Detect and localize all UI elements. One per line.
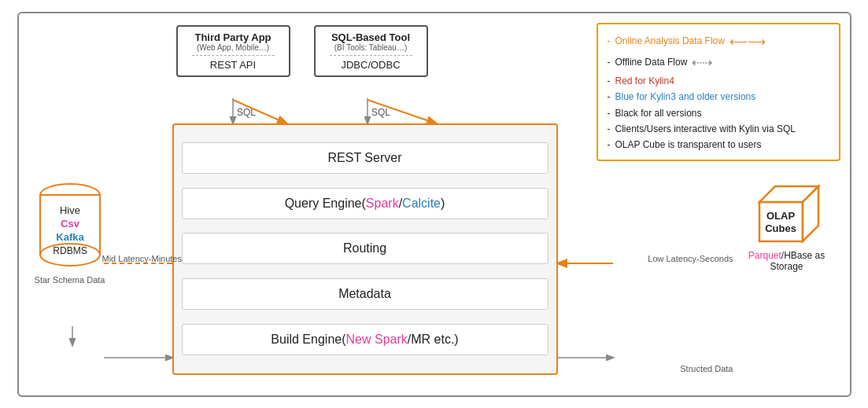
query-engine-prefix: Query Engine( bbox=[285, 197, 366, 210]
parquet-label: Parquet bbox=[748, 250, 781, 261]
dash-label: - bbox=[608, 33, 611, 49]
svg-marker-23 bbox=[759, 202, 803, 241]
svg-text:Cubes: Cubes bbox=[765, 222, 796, 234]
legend-red: - Red for Kylin4 bbox=[608, 73, 829, 89]
metadata-label: Metadata bbox=[338, 287, 391, 300]
svg-text:Hive: Hive bbox=[59, 204, 79, 216]
svg-text:SQL: SQL bbox=[237, 107, 256, 118]
legend-online-flow: - Online Analysis Data Flow ⟵⟶ bbox=[608, 31, 829, 52]
build-suffix: ) bbox=[454, 333, 458, 346]
diagram-wrapper: - Online Analysis Data Flow ⟵⟶ - Offline… bbox=[17, 12, 851, 397]
legend-olap: - OLAP Cube is transparent to users bbox=[608, 137, 829, 153]
online-flow-arrow: ⟵⟶ bbox=[729, 31, 766, 52]
olap-cube-icon: OLAP Cubes bbox=[748, 178, 826, 245]
build-engine-prefix: Build Engine( bbox=[271, 333, 345, 346]
svg-line-7 bbox=[233, 100, 286, 123]
query-engine-row: Query Engine(Spark/Calcite) bbox=[182, 188, 549, 219]
star-schema-label: Star Schema Data bbox=[35, 275, 105, 285]
calcite-label: Calcite bbox=[402, 197, 441, 210]
svg-text:RDBMS: RDBMS bbox=[53, 245, 87, 256]
new-spark-label: New Spark bbox=[346, 333, 408, 346]
cylinder-icon: Hive Csv Kafka RDBMS bbox=[35, 182, 105, 269]
dash2: - bbox=[608, 54, 611, 70]
sql-tool-box: SQL-Based Tool (BI Tools: Tableau…) JDBC… bbox=[314, 25, 428, 77]
svg-text:Csv: Csv bbox=[61, 218, 80, 230]
olap-box: OLAP Cubes Parquet/HBase as Storage bbox=[740, 178, 834, 272]
struct-data-label: Structed Data bbox=[680, 364, 733, 373]
third-party-box: Third Party App (Web App, Mobile…) REST … bbox=[176, 25, 290, 77]
build-engine-row: Build Engine(New Spark/MR etc.) bbox=[182, 324, 549, 355]
third-party-api: REST API bbox=[192, 59, 275, 71]
svg-text:SQL: SQL bbox=[371, 107, 390, 118]
legend-offline-flow: - Offline Data Flow ⇠⇢ bbox=[608, 52, 829, 73]
spark-label: Spark bbox=[366, 197, 399, 210]
legend-box: - Online Analysis Data Flow ⟵⟶ - Offline… bbox=[597, 23, 840, 161]
sql-tool-title: SQL-Based Tool bbox=[330, 31, 412, 43]
top-apps-container: Third Party App (Web App, Mobile…) REST … bbox=[176, 25, 428, 77]
red-label: Red for Kylin4 bbox=[615, 73, 674, 89]
low-latency-label: Low Latency-Seconds bbox=[648, 254, 733, 263]
hbase-label: /HBase bbox=[781, 250, 812, 261]
svg-text:Kafka: Kafka bbox=[56, 231, 84, 243]
metadata-row: Metadata bbox=[182, 278, 549, 310]
third-party-title: Third Party App bbox=[192, 31, 275, 43]
parquet-hbase-label: Parquet/HBase as Storage bbox=[740, 250, 834, 272]
left-sources: Hive Csv Kafka RDBMS Star Schema Data bbox=[35, 182, 105, 285]
legend-interactive: - Clients/Users interactive with Kylin v… bbox=[608, 121, 829, 137]
mid-latency-label: Mid Latency-Minutes bbox=[102, 254, 183, 263]
legend-black: - Black for all versions bbox=[608, 105, 829, 121]
routing-row: Routing bbox=[182, 233, 549, 264]
black-label: Black for all versions bbox=[615, 105, 702, 121]
offline-flow-label: Offline Data Flow bbox=[615, 54, 688, 70]
sql-tool-sub: (BI Tools: Tableau…) bbox=[330, 43, 412, 56]
mr-label: MR etc. bbox=[411, 333, 454, 346]
third-party-sub: (Web App, Mobile…) bbox=[192, 43, 275, 56]
interactive-label: Clients/Users interactive with Kylin via… bbox=[615, 121, 796, 137]
rest-server-row: REST Server bbox=[182, 142, 549, 174]
svg-line-8 bbox=[368, 100, 436, 123]
offline-flow-arrow: ⇠⇢ bbox=[692, 52, 712, 73]
main-central-box: REST Server Query Engine(Spark/Calcite) … bbox=[172, 123, 558, 375]
routing-label: Routing bbox=[343, 241, 386, 255]
query-engine-suffix: ) bbox=[441, 197, 445, 210]
sql-tool-api: JDBC/ODBC bbox=[330, 59, 412, 71]
olap-transparent-label: OLAP Cube is transparent to users bbox=[615, 137, 762, 153]
rest-server-label: REST Server bbox=[328, 151, 402, 164]
blue-label: Blue for Kylin3 and older versions bbox=[615, 89, 756, 105]
legend-blue: - Blue for Kylin3 and older versions bbox=[608, 89, 829, 105]
online-flow-label: Online Analysis Data Flow bbox=[615, 33, 725, 49]
svg-text:OLAP: OLAP bbox=[766, 210, 794, 222]
